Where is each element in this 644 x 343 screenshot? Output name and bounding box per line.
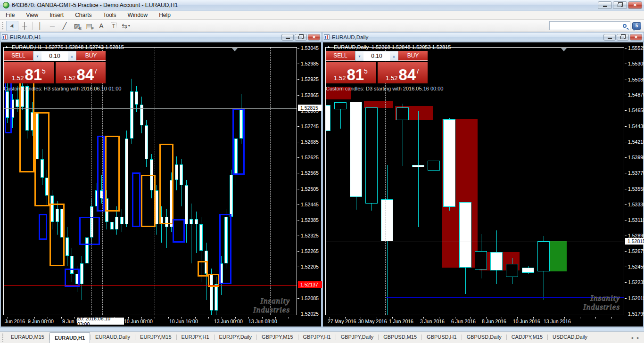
tab-cadjpy-m15[interactable]: CADJPY,M15	[507, 332, 547, 343]
buy-price[interactable]: 1.52 84 7	[56, 62, 106, 83]
candle-body	[325, 105, 330, 131]
menu-window[interactable]: Window	[122, 11, 154, 19]
tab-scroll-right-icon[interactable]: ▸	[637, 335, 639, 340]
collapse-panel-icon[interactable]: ▲	[327, 45, 330, 49]
buy-price[interactable]: 1.52 84 7	[378, 62, 428, 83]
candle-body	[135, 91, 138, 105]
price-axis-tick	[625, 80, 627, 80]
equidistant-channel-tool-icon[interactable]: ▨E	[71, 21, 83, 31]
chart-window-titlebar[interactable]: EURAUD,Daily ✕	[322, 33, 644, 42]
toolbar-grip[interactable]	[2, 22, 4, 30]
price-axis-tick	[297, 64, 299, 64]
time-axis-label: 30 May 2016	[358, 318, 387, 324]
price-axis-tick	[625, 314, 627, 314]
search-input[interactable]	[549, 21, 630, 30]
candle-body	[230, 175, 233, 216]
chart-restore-button[interactable]	[295, 34, 307, 41]
time-axis-label: 27 May 2016	[328, 318, 356, 324]
tab-gbpjpy-h1[interactable]: GBPJPY,H1	[298, 332, 336, 343]
candle-body	[175, 164, 178, 180]
volume-value[interactable]: 0.10	[41, 51, 68, 61]
tab-euraud-daily[interactable]: EURAUD,Daily	[91, 332, 135, 343]
menu-file[interactable]: File	[0, 11, 20, 19]
menu-charts[interactable]: Charts	[69, 11, 97, 19]
time-axis-tick	[168, 317, 169, 318]
custom-candle-box	[79, 217, 100, 245]
tab-gbpjpy-m15[interactable]: GBPJPY,M15	[257, 332, 297, 343]
buy-button[interactable]: BUY	[398, 51, 428, 61]
candle-wick	[418, 111, 419, 227]
time-axis-label: 13 Jun 00:00	[214, 318, 243, 324]
sell-price[interactable]: 1.52 81 5	[326, 62, 376, 83]
price-axis-tick	[297, 173, 299, 173]
app-titlebar: 6433670: OANDA-GMT-5 Practice - Demo Acc…	[0, 0, 644, 10]
cursor-tool-icon[interactable]: ➤	[6, 21, 18, 31]
menu-help[interactable]: Help	[153, 11, 176, 19]
candle-body	[110, 222, 114, 230]
tab-usdcad-daily[interactable]: USDCAD,Daily	[548, 332, 592, 343]
time-axis-label: 1 Jun 2016	[389, 318, 413, 324]
broker-watermark: InsanityIndustries	[253, 296, 290, 314]
volume-decrease-button[interactable]: ▼	[33, 51, 41, 61]
menu-bar: FileViewInsertChartsToolsWindowHelp	[0, 11, 644, 20]
candle-body	[350, 102, 362, 197]
tab-gbpusd-daily[interactable]: GBPUSD,Daily	[462, 332, 506, 343]
tab-eurjpy-daily[interactable]: EURJPY,Daily	[215, 332, 257, 343]
tab-scroll-left-icon[interactable]: ◂	[631, 335, 633, 340]
chart-restore-button[interactable]	[617, 34, 629, 41]
close-button[interactable]: ✕	[628, 1, 642, 9]
menu-tools[interactable]: Tools	[98, 11, 122, 19]
chart-window-titlebar[interactable]: EURAUD,H1 ✕	[0, 33, 322, 42]
menu-view[interactable]: View	[20, 11, 44, 19]
tab-eurjpy-h1[interactable]: EURJPY,H1	[177, 332, 214, 343]
sell-button[interactable]: SELL	[326, 51, 355, 61]
mdi-area: EURAUD,H1 ✕ InsanityIndustries 1.530451.…	[0, 32, 644, 331]
restore-button[interactable]	[613, 1, 627, 9]
notifications-badge[interactable]: 5	[632, 22, 641, 30]
price-axis-tick	[625, 189, 627, 189]
chart-close-button[interactable]: ✕	[308, 34, 320, 41]
price-axis-label: 1.52265	[301, 248, 319, 254]
crosshair-time-tag: 20: 2016.06.10 03:00	[77, 318, 124, 325]
chart-window-title: EURAUD,Daily	[332, 34, 603, 40]
fibonacci-retracement-tool-icon[interactable]: ▤F	[83, 21, 95, 31]
tab-gbpusd-h1[interactable]: GBPUSD,H1	[422, 332, 462, 343]
sell-button[interactable]: SELL	[4, 51, 33, 61]
tab-gbpjpy-daily[interactable]: GBPJPY,Daily	[336, 332, 379, 343]
arrows-tool-icon[interactable]: ⇆▾	[120, 21, 132, 31]
time-axis: 27 May 201630 May 20161 Jun 20163 Jun 20…	[325, 317, 642, 326]
volume-decrease-button[interactable]: ▼	[355, 51, 363, 61]
vertical-line-tool-icon[interactable]: │	[34, 21, 46, 31]
text-tool-icon[interactable]: A	[95, 21, 107, 31]
text-label-tool-icon[interactable]: T	[107, 21, 120, 31]
chart-shift-marker-icon	[561, 48, 567, 51]
sell-level-tag: 1.52137	[298, 281, 322, 288]
search-icon[interactable]	[623, 24, 627, 28]
tabbar-grip[interactable]	[2, 333, 4, 342]
chart-minimize-button[interactable]	[281, 34, 294, 41]
volume-increase-button[interactable]: ▲	[68, 51, 76, 61]
minimize-button[interactable]	[598, 1, 612, 9]
buy-button[interactable]: BUY	[76, 51, 106, 61]
sell-price[interactable]: 1.52 81 5	[4, 62, 54, 83]
trendline-tool-icon[interactable]: ╱	[58, 21, 71, 31]
tab-euraud-h1[interactable]: EURAUD,H1	[50, 332, 90, 343]
chart-close-button[interactable]: ✕	[630, 34, 642, 41]
horizontal-line-tool-icon[interactable]: ─	[46, 21, 58, 31]
menu-insert[interactable]: Insert	[44, 11, 69, 19]
candle-body	[140, 105, 143, 125]
volume-value[interactable]: 0.10	[363, 51, 390, 61]
tab-eurjpy-m15[interactable]: EURJPY,M15	[135, 332, 176, 343]
price-axis-label: 1.54650	[628, 107, 644, 113]
ohlc-line: ▲ EURAUD,H1 1.52776 1.52848 1.52743 1.52…	[5, 44, 124, 50]
collapse-panel-icon[interactable]: ▲	[5, 45, 8, 49]
app-logo-icon	[3, 2, 9, 8]
chart-minimize-button[interactable]	[603, 34, 616, 41]
time-axis-tick	[580, 317, 580, 318]
chart-shift-marker-icon	[232, 48, 238, 51]
time-axis: Jun 20169 Jun 08:009 Jun 16:0010 Jun 08:…	[3, 317, 320, 326]
crosshair-tool-icon[interactable]: ┼	[18, 21, 31, 31]
tab-gbpusd-m15[interactable]: GBPUSD,M15	[379, 332, 421, 343]
tab-euraud-m15[interactable]: EURAUD,M15	[6, 332, 49, 343]
volume-increase-button[interactable]: ▲	[390, 51, 398, 61]
